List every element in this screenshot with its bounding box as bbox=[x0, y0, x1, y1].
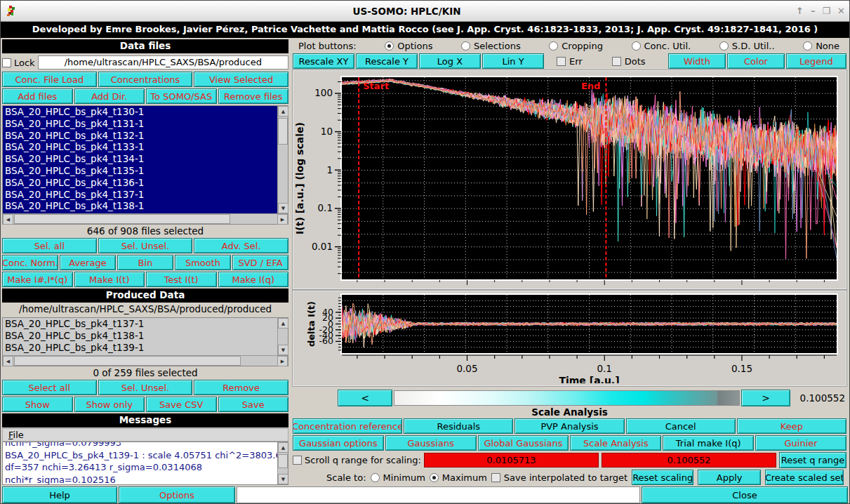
close-button[interactable]: Close bbox=[642, 486, 848, 503]
make-iq-button[interactable]: Make I(q) bbox=[218, 272, 289, 287]
sel-unsel-button[interactable]: Sel. Unsel. bbox=[98, 238, 193, 253]
save-interpolated-checkbox-label[interactable]: Save interpolated to target bbox=[491, 472, 627, 483]
average-button[interactable]: Average bbox=[60, 255, 116, 270]
radio-icon[interactable] bbox=[719, 41, 729, 51]
options-button[interactable]: Options bbox=[119, 486, 235, 503]
scroll-right-icon[interactable]: ▶ bbox=[277, 356, 288, 366]
remove-button[interactable]: Remove bbox=[194, 380, 288, 395]
scroll-down-icon[interactable]: ▼ bbox=[278, 345, 288, 355]
scroll-up-icon[interactable]: ▲ bbox=[278, 318, 288, 329]
produced-items[interactable]: BSA_20_HPLC_bs_pk4_t137-1 BSA_20_HPLC_bs… bbox=[3, 318, 277, 355]
sel-all-button[interactable]: Sel. all bbox=[2, 238, 97, 253]
create-scaled-set-button[interactable]: Create scaled set bbox=[765, 470, 844, 485]
radio-cropping[interactable]: Cropping bbox=[549, 41, 603, 51]
err-checkbox-label[interactable]: Err bbox=[557, 53, 583, 69]
scroll-left-button[interactable]: < bbox=[338, 390, 392, 406]
sel-unsel-produced-button[interactable]: Sel. Unsel. bbox=[98, 380, 193, 395]
radio-selections[interactable]: Selections bbox=[461, 41, 521, 51]
position-slider[interactable] bbox=[394, 390, 740, 406]
test-it-button[interactable]: Test I(t) bbox=[146, 272, 217, 287]
radio-icon[interactable] bbox=[803, 41, 812, 51]
radio-minimum[interactable]: Minimum bbox=[371, 472, 425, 483]
list-item[interactable]: BSA_20_HPLC_bs_pk4_t135-1 bbox=[5, 165, 275, 177]
bin-button[interactable]: Bin bbox=[117, 255, 173, 270]
radio-conc-util[interactable]: Conc. Util. bbox=[632, 41, 691, 51]
add-dir-button[interactable]: Add Dir. bbox=[74, 88, 145, 104]
select-all-button[interactable]: Select all bbox=[2, 380, 97, 395]
adv-sel-button[interactable]: Adv. Sel. bbox=[194, 238, 288, 253]
apply-button[interactable]: Apply bbox=[698, 470, 761, 485]
smooth-button[interactable]: Smooth bbox=[175, 255, 231, 270]
scroll-right-button[interactable]: > bbox=[741, 390, 790, 406]
radio-icon[interactable] bbox=[461, 41, 470, 51]
scroll-up-icon[interactable]: ▲ bbox=[278, 442, 288, 453]
make-istar-q-button[interactable]: Make I#,I*(q) bbox=[2, 272, 73, 287]
scale-analysis-button[interactable]: Scale Analysis bbox=[570, 435, 661, 451]
make-it-button[interactable]: Make I(t) bbox=[74, 272, 145, 287]
list-item[interactable]: BSA_20_HPLC_bs_pk4_t137-1 bbox=[5, 318, 275, 330]
residuals-button[interactable]: Residuals bbox=[404, 418, 513, 434]
radio-icon[interactable] bbox=[371, 473, 380, 482]
list-item[interactable]: BSA_20_HPLC_bs_pk4_t131-1 bbox=[5, 118, 275, 130]
radio-icon[interactable] bbox=[549, 41, 558, 51]
scroll-right-icon[interactable]: ▶ bbox=[277, 214, 288, 225]
rescale-y-button[interactable]: Rescale Y bbox=[356, 53, 418, 69]
cancel-button[interactable]: Cancel bbox=[626, 418, 736, 434]
reset-q-range-button[interactable]: Reset q range bbox=[779, 452, 846, 468]
vertical-scrollbar[interactable]: ▲ ▼ bbox=[277, 442, 288, 484]
list-item[interactable]: BSA_20_HPLC_bs_pk4_t130-1 bbox=[5, 106, 275, 118]
scroll-left-icon[interactable]: ◀ bbox=[3, 214, 13, 225]
q-to-field[interactable]: 0.100552 bbox=[602, 453, 776, 467]
list-item[interactable]: BSA_20_HPLC_bs_pk4_t138-1 bbox=[5, 200, 275, 212]
reset-scaling-button[interactable]: Reset scaling bbox=[632, 470, 693, 485]
radio-sd-util[interactable]: S.D. Util.. bbox=[719, 41, 775, 51]
lock-checkbox[interactable] bbox=[2, 58, 11, 67]
legend-button[interactable]: Legend bbox=[786, 53, 846, 69]
pvp-analysis-button[interactable]: PVP Analysis bbox=[514, 418, 624, 434]
conc-file-load-button[interactable]: Conc. File Load bbox=[2, 72, 97, 87]
dots-checkbox-label[interactable]: Dots bbox=[612, 53, 646, 69]
keep-button[interactable]: Keep bbox=[737, 418, 846, 434]
list-item[interactable]: BSA_20_HPLC_bs_pk4_t134-1 bbox=[5, 153, 275, 165]
maximize-icon[interactable]: ❒ bbox=[822, 6, 830, 16]
file-menu[interactable]: File bbox=[8, 430, 24, 440]
save-interpolated-checkbox[interactable] bbox=[491, 473, 500, 482]
scroll-checkbox[interactable] bbox=[293, 456, 302, 465]
width-button[interactable]: Width bbox=[668, 53, 726, 69]
color-button[interactable]: Color bbox=[727, 53, 785, 69]
scroll-up-icon[interactable]: ▲ bbox=[278, 106, 288, 117]
guinier-button[interactable]: Guinier bbox=[755, 435, 846, 451]
horizontal-scrollbar[interactable]: ◀ ▶ bbox=[3, 213, 288, 224]
concentrations-button[interactable]: Concentrations bbox=[98, 72, 193, 87]
svd-efa-button[interactable]: SVD / EFA bbox=[232, 255, 288, 270]
dots-checkbox[interactable] bbox=[612, 57, 621, 66]
horizontal-scrollbar[interactable]: ◀ ▶ bbox=[3, 355, 288, 366]
list-item[interactable]: BSA_20_HPLC_bs_pk4_t132-1 bbox=[5, 130, 275, 142]
add-files-button[interactable]: Add files bbox=[2, 88, 73, 104]
radio-options[interactable]: Options bbox=[385, 41, 432, 51]
list-item[interactable]: BSA_20_HPLC_bs_pk4_t133-1 bbox=[5, 141, 275, 153]
data-files-path[interactable]: /home/ultrascan/HPLC_SAXS/BSA/produced bbox=[38, 55, 288, 69]
radio-maximum[interactable]: Maximum bbox=[430, 472, 487, 483]
global-gaussians-button[interactable]: Global Gaussians bbox=[478, 435, 569, 451]
minimize-icon[interactable]: – bbox=[811, 6, 816, 16]
list-item[interactable]: BSA_20_HPLC_bs_pk4_t139-1 bbox=[5, 342, 275, 354]
radio-none[interactable]: None bbox=[803, 41, 839, 51]
conc-norm-button[interactable]: Conc. Norm. bbox=[2, 255, 58, 270]
q-from-field[interactable]: 0.0105713 bbox=[424, 453, 599, 467]
show-only-button[interactable]: Show only bbox=[74, 397, 145, 412]
log-x-button[interactable]: Log X bbox=[419, 53, 481, 69]
scroll-left-icon[interactable]: ◀ bbox=[3, 356, 13, 366]
gaussians-button[interactable]: Gaussians bbox=[385, 435, 477, 451]
help-button[interactable]: Help bbox=[2, 486, 117, 503]
radio-icon[interactable] bbox=[632, 41, 641, 51]
rescale-xy-button[interactable]: Rescale XY bbox=[293, 53, 354, 69]
radio-icon[interactable] bbox=[385, 41, 394, 51]
remove-files-button[interactable]: Remove files bbox=[218, 88, 289, 104]
radio-icon[interactable] bbox=[430, 473, 439, 482]
close-icon[interactable]: ✕ bbox=[837, 6, 845, 16]
gaussian-options-button[interactable]: Gaussian options bbox=[293, 435, 384, 451]
list-item[interactable]: BSA_20_HPLC_bs_pk4_t136-1 bbox=[5, 177, 275, 189]
data-files-items[interactable]: BSA_20_HPLC_bs_pk4_t130-1 BSA_20_HPLC_bs… bbox=[3, 106, 277, 213]
concentration-reference-button[interactable]: Concentration reference bbox=[293, 418, 402, 434]
